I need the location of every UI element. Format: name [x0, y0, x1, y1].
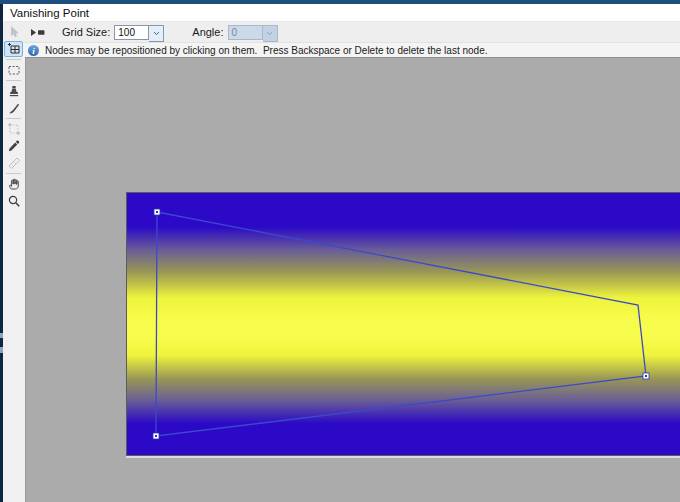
background-window-edge [0, 333, 3, 338]
transform-tool[interactable] [4, 121, 23, 137]
edit-plane-tool[interactable] [4, 24, 23, 40]
hand-tool[interactable] [4, 176, 23, 192]
palette-separator [6, 59, 21, 60]
create-plane-tool[interactable] [4, 41, 23, 57]
grid-size-combo: 100 [114, 25, 164, 40]
stamp-tool[interactable] [4, 83, 23, 99]
angle-dropdown-button [263, 25, 278, 42]
grid-size-input[interactable]: 100 [114, 25, 149, 40]
palette-separator [6, 118, 21, 119]
hand-icon [8, 178, 20, 190]
background-window-edge [0, 347, 3, 353]
perspective-plane-outline[interactable] [156, 212, 646, 436]
zoom-tool[interactable] [4, 193, 23, 209]
marquee-tool[interactable] [4, 62, 23, 78]
title-bar[interactable]: Vanishing Point [3, 4, 680, 22]
eyedropper-icon [8, 140, 20, 152]
stamp-icon [8, 85, 20, 97]
measure-tool[interactable] [4, 155, 23, 171]
info-message: Nodes may be repositioned by clicking on… [45, 45, 487, 56]
marquee-icon [8, 64, 20, 76]
perspective-plane-overlay [26, 58, 680, 502]
create-plane-grid-icon [8, 43, 20, 55]
plane-node-dot [155, 435, 157, 437]
background-window-edge [0, 4, 3, 502]
canvas-area[interactable] [25, 57, 680, 502]
zoom-magnifier-icon [8, 195, 20, 207]
info-icon: i [28, 45, 39, 56]
brush-icon [8, 102, 20, 114]
angle-input: 0 [228, 25, 263, 40]
measure-icon [8, 157, 20, 169]
palette-separator [6, 80, 21, 81]
angle-label: Angle: [192, 26, 223, 38]
transform-icon [8, 123, 20, 135]
plane-node-dot [645, 375, 647, 377]
edit-plane-arrow-icon [8, 26, 20, 38]
eyedropper-tool[interactable] [4, 138, 23, 154]
brush-tool[interactable] [4, 100, 23, 116]
options-toolbar: Grid Size: 100 Angle: 0 [3, 22, 680, 42]
window-title: Vanishing Point [3, 7, 89, 19]
angle-combo: 0 [228, 25, 278, 40]
palette-separator [6, 173, 21, 174]
tool-palette [4, 24, 23, 210]
grid-size-label: Grid Size: [62, 26, 110, 38]
grid-size-dropdown-button[interactable] [149, 25, 164, 42]
tool-options-flyout-icon[interactable] [30, 28, 46, 37]
plane-node-dot [156, 211, 158, 213]
